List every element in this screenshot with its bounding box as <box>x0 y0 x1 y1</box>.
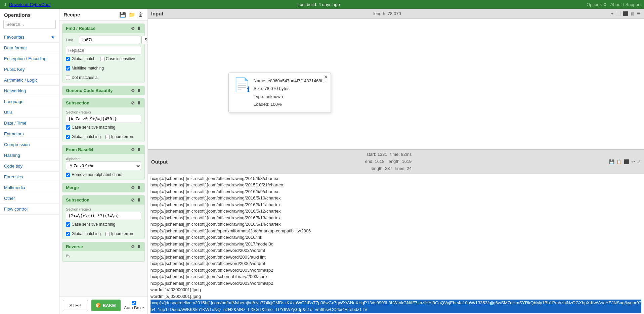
sidebar-item-code-tidy[interactable]: Code tidy <box>0 161 59 172</box>
pause-icon-6[interactable]: ⏸ <box>137 197 141 203</box>
close-icon[interactable]: ✕ <box>324 74 328 80</box>
pause-icon-3[interactable]: ⏸ <box>137 100 141 105</box>
disable-icon-6[interactable]: ⊘ <box>131 197 135 203</box>
op-reverse-label: Reverse <box>66 244 83 249</box>
multiline-checkbox[interactable]: Multiline matching <box>66 66 104 71</box>
find-type-button[interactable]: SIMPLE STRING ▾ <box>141 36 147 44</box>
sidebar-item-networking[interactable]: Networking <box>0 86 59 96</box>
output-line: hxxp[://]schemas[.]microsoft[.]com/offic… <box>151 208 641 215</box>
op-merge-header: Merge ⊘ ⏸ <box>62 183 144 192</box>
sidebar-item-data-format[interactable]: Data format <box>0 43 59 53</box>
sidebar-item-arithmetic[interactable]: Arithmetic / Logic <box>0 75 59 86</box>
sidebar-item-encryption[interactable]: Encryption / Encoding <box>0 53 59 64</box>
disable-icon-4[interactable]: ⊘ <box>131 147 135 152</box>
section-regex-1[interactable] <box>66 115 141 123</box>
output-line: hxxp[://]schemas[.]microsoft[.]com/offic… <box>151 247 641 254</box>
input-content[interactable]: ✕ 📄 ℹ Name: e8960a547ad4f7f14331468f... … <box>148 19 644 149</box>
sidebar-item-multimedia[interactable]: Multimedia <box>0 182 59 193</box>
alphabet-select[interactable]: A-Za-z0-9+/= <box>66 162 141 170</box>
disable-icon-3[interactable]: ⊘ <box>131 100 135 105</box>
about-link[interactable]: About / Support <box>610 2 641 7</box>
op-merge-controls: ⊘ ⏸ <box>131 185 141 190</box>
operations-panel: Operations Favourites ★ Data format Encr… <box>0 9 59 314</box>
step-button[interactable]: STEP <box>63 300 88 311</box>
global-match-checkbox[interactable]: Global match <box>66 56 95 61</box>
replace-input[interactable] <box>66 46 141 54</box>
find-input[interactable] <box>79 36 140 44</box>
recipe-title: Recipe <box>63 12 80 17</box>
folder-icon[interactable]: 📁 <box>129 11 135 18</box>
save-icon[interactable]: 💾 <box>119 11 126 18</box>
op-reverse-controls: ⊘ ⏸ <box>131 244 141 249</box>
sidebar-item-public-key[interactable]: Public Key <box>0 64 59 75</box>
sidebar-item-extractors[interactable]: Extractors <box>0 129 59 139</box>
pause-icon-4[interactable]: ⏸ <box>137 147 141 152</box>
sidebar-item-forensics[interactable]: Forensics <box>0 172 59 182</box>
disable-icon[interactable]: ⊘ <box>131 26 135 31</box>
sidebar-item-compression[interactable]: Compression <box>0 139 59 150</box>
section-regex-2[interactable] <box>66 212 141 220</box>
find-row: Find SIMPLE STRING ▾ <box>66 36 141 44</box>
sidebar-item-favourites[interactable]: Favourites ★ <box>0 32 59 43</box>
save-output-icon[interactable]: 💾 <box>609 159 614 164</box>
expand-input-icon[interactable]: ⬛ <box>623 11 628 16</box>
recipe-header: Recipe 💾 📁 🗑 <box>59 9 147 21</box>
disable-icon-7[interactable]: ⊘ <box>131 244 135 249</box>
global-matching-2-checkbox[interactable]: Global matching <box>66 231 101 236</box>
sidebar-item-hashing[interactable]: Hashing <box>0 150 59 161</box>
fullscreen-output-icon[interactable]: ⤢ <box>637 159 641 164</box>
trash-icon[interactable]: 🗑 <box>138 12 143 18</box>
output-time: time: 82ms <box>390 152 412 157</box>
ignore-errors-1-checkbox[interactable]: Ignore errors <box>105 134 134 139</box>
global-matching-1-checkbox[interactable]: Global matching <box>66 134 101 139</box>
disable-icon-5[interactable]: ⊘ <box>131 185 135 190</box>
case-insensitive-checkbox[interactable]: Case insensitive <box>100 56 135 61</box>
pause-icon-7[interactable]: ⏸ <box>137 244 141 249</box>
new-window-icon[interactable]: ⬜ <box>615 11 621 16</box>
sidebar-item-flow-control[interactable]: Flow control <box>0 204 59 215</box>
options-link[interactable]: Options ⚙ <box>587 2 607 7</box>
right-panel: Input length: 78,070 + ⬜ ⬛ 🗑 ☰ ✕ 📄 <box>148 9 644 314</box>
add-input-icon[interactable]: + <box>611 11 613 16</box>
output-line: hxxp[://]schemas[.]microsoft[.]com/offic… <box>151 201 641 208</box>
input-title: Input <box>151 11 164 16</box>
output-line: hxxp[://]schemas[.]microsoft[.]com/offic… <box>151 182 641 188</box>
file-size: Size: 78,070 bytes <box>254 85 326 92</box>
output-line: wordml[://]03000001[.]png <box>151 293 641 300</box>
file-icon: 📄 ℹ <box>233 77 250 93</box>
alphabet-label: Alphabet <box>66 157 141 161</box>
clear-input-icon[interactable]: 🗑 <box>630 11 635 16</box>
case-sensitive-2-checkbox[interactable]: Case sensitive matching <box>66 222 115 227</box>
output-line: hxxp[://]schemas[.]microsoft[.]com/offic… <box>151 234 641 241</box>
output-line: hxxp[://]schemas[.]microsoft[.]com/offic… <box>151 254 641 261</box>
ignore-errors-2-checkbox[interactable]: Ignore errors <box>105 231 134 236</box>
sidebar-item-utils[interactable]: Utils <box>0 107 59 118</box>
remove-non-alphabet-checkbox[interactable]: Remove non-alphabet chars <box>66 172 141 177</box>
output-content[interactable]: hxxp[://]schemas[.]microsoft[.]com/offic… <box>148 174 644 314</box>
op-base64-label: From Base64 <box>66 147 93 152</box>
sidebar-item-language[interactable]: Language <box>0 96 59 107</box>
op-reverse: Reverse ⊘ ⏸ By <box>62 242 145 262</box>
pause-icon[interactable]: ⏸ <box>137 26 141 31</box>
sidebar-item-datetime[interactable]: Date / Time <box>0 118 59 129</box>
output-end: end: 1618 <box>365 159 385 164</box>
disable-icon-2[interactable]: ⊘ <box>131 88 135 93</box>
dot-matches-all-checkbox[interactable]: Dot matches all <box>66 75 99 80</box>
subsection1-checkboxes: Case sensitive matching Global matching … <box>66 125 141 139</box>
pause-icon-2[interactable]: ⏸ <box>137 88 141 93</box>
subsection2-checkboxes: Case sensitive matching Global matching … <box>66 222 141 236</box>
expand-output-icon[interactable]: ⬛ <box>624 159 629 164</box>
copy-output-icon[interactable]: 📋 <box>616 159 622 164</box>
more-input-icon[interactable]: ☰ <box>637 11 641 16</box>
pause-icon-5[interactable]: ⏸ <box>137 185 141 190</box>
download-link[interactable]: Download CyberChef <box>9 2 51 7</box>
output-lines: lines: 24 <box>395 166 412 171</box>
output-title: Output <box>151 159 168 165</box>
search-input[interactable] <box>3 20 56 29</box>
sidebar-item-other[interactable]: Other <box>0 193 59 204</box>
bake-button[interactable]: 🍞 BAKE! <box>91 300 121 311</box>
undo-output-icon[interactable]: ↩ <box>631 159 635 164</box>
op-code-beautify-header: Generic Code Beautify ⊘ ⏸ <box>62 86 144 95</box>
case-sensitive-1-checkbox[interactable]: Case sensitive matching <box>66 125 115 130</box>
autobake-checkbox[interactable] <box>132 301 136 305</box>
